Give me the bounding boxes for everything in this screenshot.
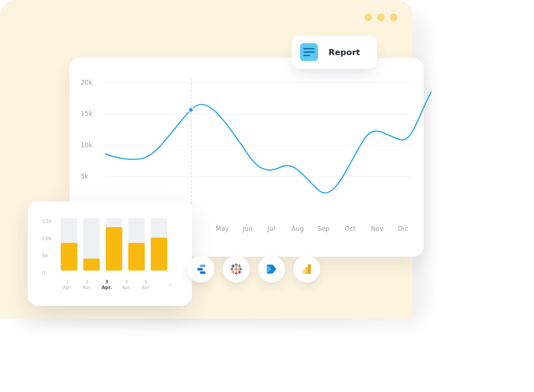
- y-axis-tick: 5k: [42, 253, 48, 259]
- bar-group: [61, 218, 177, 271]
- bar-chart-card: 15k 10k 5k 0 1 Apr. 2 Apr. 3 Apr. 4 Apr.…: [28, 202, 192, 306]
- integration-row: [188, 256, 320, 283]
- window-dot-icon: [390, 13, 398, 21]
- x-axis-tick: 1 Apr.: [61, 279, 74, 290]
- report-card[interactable]: Report: [292, 36, 377, 69]
- bar: [151, 218, 167, 271]
- x-axis-tick: Oct: [345, 225, 356, 232]
- x-axis-tick-selected: 3 Apr.: [100, 279, 114, 290]
- x-axis-tick: Sep: [318, 225, 330, 232]
- x-axis-tick: Jun: [243, 225, 253, 232]
- y-axis-tick: 10k: [81, 141, 92, 149]
- integration-tableau[interactable]: [223, 256, 250, 283]
- svg-rect-24: [303, 269, 306, 274]
- y-axis-tick: 20k: [81, 79, 92, 86]
- y-axis-tick: 15k: [42, 218, 52, 224]
- integration-power-bi[interactable]: [293, 256, 320, 283]
- bar: [106, 218, 122, 271]
- svg-rect-2: [200, 271, 206, 274]
- window-dot-icon: [377, 13, 385, 21]
- window-dot-icon: [364, 13, 372, 21]
- x-axis-tick: Dic: [398, 225, 408, 232]
- integration-data-studio[interactable]: [188, 256, 214, 283]
- x-axis-tick: 2 Apr.: [80, 279, 94, 290]
- bar: [83, 218, 100, 271]
- bar: [128, 218, 145, 271]
- svg-rect-1: [197, 268, 203, 271]
- x-axis-tick: 4 Apr.: [120, 279, 133, 290]
- power-automate-icon: [264, 262, 279, 276]
- x-axis-tick: Aug: [291, 225, 304, 232]
- power-bi-icon: [300, 263, 313, 275]
- tableau-icon: [230, 262, 243, 276]
- chevron-right-icon[interactable]: ›: [164, 282, 177, 287]
- report-label: Report: [328, 48, 360, 57]
- x-axis-tick: Nov: [371, 225, 383, 232]
- report-icon: [300, 43, 318, 61]
- svg-rect-22: [308, 264, 311, 274]
- x-axis-tick: May: [216, 225, 229, 232]
- line-marker-icon: [189, 108, 194, 112]
- svg-rect-23: [305, 267, 308, 274]
- y-axis-tick: 15k: [81, 110, 92, 117]
- data-studio-icon: [194, 262, 208, 276]
- window-controls: [364, 13, 398, 21]
- y-axis-tick: 5k: [81, 172, 88, 180]
- x-axis-tick: 5 Apr.: [139, 279, 153, 290]
- line-chart-svg: [105, 79, 412, 204]
- bar: [61, 218, 77, 271]
- y-axis-tick: 10k: [42, 235, 52, 241]
- svg-rect-0: [200, 265, 206, 267]
- y-axis-tick: 0: [42, 270, 45, 276]
- integration-power-automate[interactable]: [258, 256, 285, 283]
- x-axis-tick: Jul: [267, 225, 275, 232]
